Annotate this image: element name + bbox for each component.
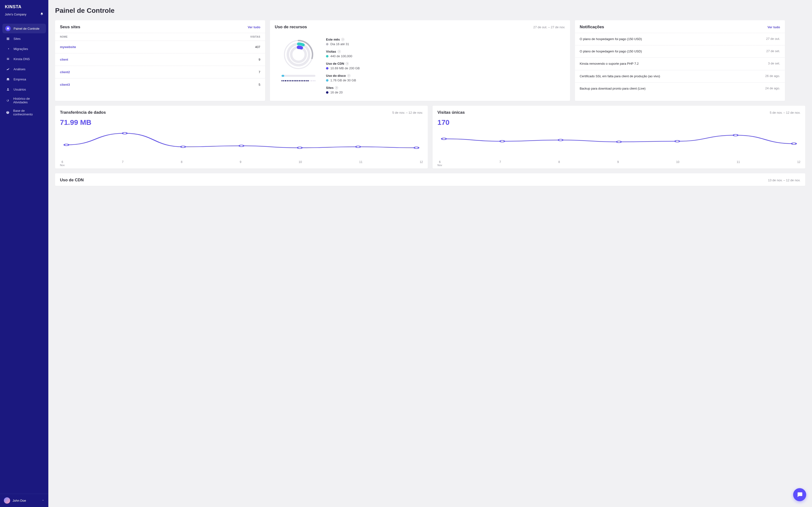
site-dot [313, 80, 314, 81]
site-dot [307, 80, 308, 81]
site-dot [285, 80, 286, 81]
chevron-up-icon [42, 499, 45, 502]
sites-card-title: Seus sites [60, 24, 80, 30]
site-dot [309, 80, 310, 81]
svg-point-3 [64, 144, 69, 146]
axis-tick: 7 [122, 160, 124, 167]
axis-tick: 11 [737, 160, 740, 167]
company-name[interactable]: John's Company [5, 13, 27, 16]
stat-disk-value: 1.76 GB de 30 GB [331, 78, 356, 82]
home-icon [5, 26, 11, 31]
sidebar-item-label: Sites [13, 37, 20, 41]
site-dot [297, 80, 298, 81]
sidebar-item-knowledge[interactable]: Base de conhecimento [2, 107, 46, 118]
site-dot [290, 80, 291, 81]
axis-tick: 10 [676, 160, 679, 167]
table-row[interactable]: client35 [55, 78, 265, 91]
sidebar-item-company[interactable]: Empresa [2, 74, 46, 84]
sidebar-user-menu[interactable]: John Doe [0, 494, 48, 507]
sidebar-item-dashboard[interactable]: Painel de Controle [2, 24, 46, 33]
notifications-bell-icon[interactable] [40, 12, 44, 16]
stat-month-label: Este mês [326, 38, 340, 41]
site-name[interactable]: mywebsite [60, 45, 255, 49]
sidebar-item-migrations[interactable]: Migrações [2, 44, 46, 54]
svg-point-8 [356, 146, 360, 148]
help-icon[interactable]: ? [338, 50, 341, 53]
axis-tick: 6Nov [438, 160, 442, 167]
help-icon[interactable]: ? [347, 74, 350, 77]
site-dot [306, 80, 307, 81]
transfer-chart [60, 128, 423, 157]
notifications-view-all-link[interactable]: Ver tudo [767, 25, 780, 29]
axis-tick: 6Nov [60, 160, 65, 167]
site-dot [302, 80, 303, 81]
resources-card: Uso de recursos 27 de out. – 27 de nov. [270, 20, 570, 101]
site-name[interactable]: client [60, 58, 259, 61]
site-dot [295, 80, 296, 81]
site-dot [294, 80, 295, 81]
notifications-card: Notificações Ver tudo O plano de hospeda… [575, 20, 785, 101]
notification-row[interactable]: Certificado SSL em falta para client de … [575, 70, 785, 82]
help-icon[interactable]: ? [335, 86, 338, 89]
visits-title: Visitas únicas [438, 110, 465, 115]
dot-visits-icon [326, 55, 328, 57]
help-icon[interactable]: ? [341, 38, 344, 41]
axis-tick: 11 [359, 160, 362, 167]
svg-point-16 [792, 143, 796, 145]
help-icon[interactable]: ? [346, 62, 349, 65]
sidebar-nav: Painel de Controle Sites Migrações Kinst… [0, 19, 48, 494]
table-row[interactable]: client9 [55, 53, 265, 66]
site-name[interactable]: client2 [60, 70, 259, 74]
sidebar-item-label: Usuários [13, 88, 26, 91]
sidebar-item-users[interactable]: Usuários [2, 84, 46, 94]
knowledge-icon [5, 110, 10, 115]
stat-visits-value: 440 de 100,000 [331, 54, 352, 58]
axis-tick: 7 [500, 160, 501, 167]
resources-date-range: 27 de out. – 27 de nov. [534, 25, 565, 29]
sidebar-item-label: Base de conhecimento [13, 109, 43, 116]
notification-row[interactable]: Backup para download pronto para client … [575, 82, 785, 95]
avatar [4, 497, 10, 504]
page-title: Painel de Controle [55, 7, 805, 14]
resource-gauge [282, 38, 315, 71]
dot-disk-icon [326, 79, 328, 81]
sidebar: KINSTA John's Company Painel de Controle… [0, 0, 48, 507]
site-dot [314, 80, 315, 81]
site-visits: 9 [259, 58, 260, 61]
axis-tick: 9 [240, 160, 242, 167]
site-visits: 5 [259, 83, 260, 87]
table-row[interactable]: mywebsite407 [55, 41, 265, 53]
notification-row[interactable]: O plano de hospedagem foi pago (150 USD)… [575, 45, 785, 57]
users-icon [5, 87, 11, 92]
company-icon [5, 76, 11, 82]
transfer-title: Transferência de dados [60, 110, 106, 115]
sites-icon [5, 36, 11, 41]
sidebar-item-label: Painel de Controle [13, 27, 39, 31]
svg-point-7 [298, 147, 302, 149]
site-dot [287, 80, 288, 81]
notification-text: O plano de hospedagem foi pago (150 USD) [580, 49, 763, 54]
stat-disk-label: Uso do disco [326, 74, 346, 77]
axis-tick: 12 [797, 160, 800, 167]
notification-row[interactable]: Kinsta removendo o suporte para PHP 7.23… [575, 57, 785, 70]
sites-view-all-link[interactable]: Ver tudo [248, 25, 260, 29]
svg-point-14 [675, 140, 679, 142]
notification-date: 24 de ago. [765, 87, 780, 91]
sidebar-item-activity[interactable]: Histórico de Atividades [2, 95, 46, 106]
axis-tick-sub: Nov [438, 164, 442, 167]
sidebar-item-sites[interactable]: Sites [2, 34, 46, 44]
notification-text: O plano de hospedagem foi pago (150 USD) [580, 37, 763, 41]
sidebar-item-dns[interactable]: Kinsta DNS [2, 54, 46, 64]
svg-point-10 [442, 138, 446, 140]
svg-point-4 [122, 132, 127, 134]
sites-col-visits: VISITAS [250, 36, 260, 38]
table-row[interactable]: client27 [55, 66, 265, 78]
sidebar-item-analytics[interactable]: Análises [2, 64, 46, 74]
notification-row[interactable]: O plano de hospedagem foi pago (150 USD)… [575, 33, 785, 45]
dot-month-icon [326, 43, 328, 45]
cdn-date-range: 13 de nov. – 12 de nov. [768, 178, 800, 182]
notification-date: 27 de set. [766, 49, 780, 54]
site-name[interactable]: client3 [60, 83, 259, 87]
sidebar-item-label: Histórico de Atividades [13, 97, 43, 104]
chat-button[interactable] [793, 488, 806, 501]
